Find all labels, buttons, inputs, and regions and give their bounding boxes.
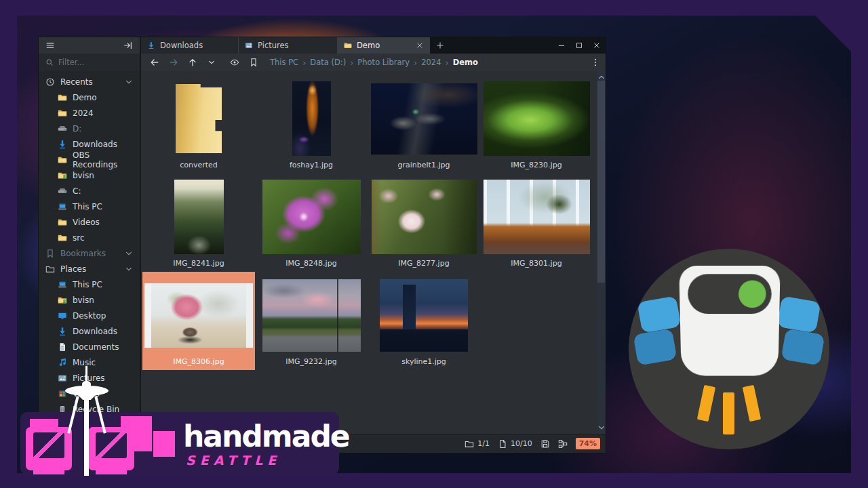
forward-button[interactable] (165, 58, 182, 67)
file-name: converted (180, 161, 218, 169)
file-name: IMG_8241.jpg (173, 259, 224, 268)
robot-left-fin-bottom (633, 328, 677, 365)
item-label: 2024 (73, 108, 94, 118)
breadcrumb-2024[interactable]: 2024 (421, 58, 441, 67)
breadcrumb-data-d[interactable]: Data (D:) (310, 58, 346, 67)
file-tile-img8306-selected[interactable]: IMG_8306.jpg (142, 272, 255, 370)
breadcrumb-separator: › (414, 58, 417, 67)
dots-vertical-icon (591, 58, 600, 67)
section-bookmarks[interactable]: Bookmarks (39, 245, 140, 261)
section-label: Bookmarks (60, 249, 106, 258)
file-tile-img8241[interactable]: IMG_8241.jpg (142, 174, 255, 272)
robot-right-fin-bottom (781, 328, 825, 365)
image-thumbnail (174, 180, 224, 254)
minimize-icon (557, 41, 566, 49)
file-tile-img8301[interactable]: IMG_8301.jpg (480, 174, 593, 272)
maximize-icon (575, 41, 583, 49)
robot-visor (688, 274, 772, 314)
needle-leg (67, 396, 79, 433)
sidebar-item-documents[interactable]: Documents (39, 339, 140, 354)
sidebar-item-this-pc[interactable]: This PC (39, 199, 140, 214)
file-tile-img9232[interactable]: IMG_9232.jpg (255, 272, 368, 370)
sidebar-item-demo[interactable]: Demo (39, 89, 140, 105)
robot-eye (738, 281, 766, 308)
file-name: IMG_9232.jpg (285, 357, 336, 366)
save-icon[interactable] (540, 439, 550, 449)
new-tab-button[interactable] (430, 37, 450, 54)
sidebar-item-bvisn[interactable]: bvisn (39, 167, 140, 183)
laptop-icon (58, 280, 67, 289)
image-thumbnail (380, 279, 468, 352)
monitor-icon (58, 311, 67, 321)
sidebar-item-obs-recordings[interactable]: OBS Recordings (39, 152, 140, 167)
tab-demo[interactable]: Demo (338, 37, 430, 54)
scroll-down-icon[interactable] (597, 424, 606, 432)
file-tile-skyline1[interactable]: skyline1.jpg (368, 272, 480, 370)
sidebar-item-desktop[interactable]: Desktop (39, 308, 140, 323)
sidebar-item-2024[interactable]: 2024 (39, 105, 140, 121)
toolbar-menu-button[interactable] (591, 58, 600, 67)
filter-input[interactable] (58, 58, 126, 67)
preview-toggle-button[interactable] (226, 58, 243, 67)
minimize-button[interactable] (553, 37, 570, 54)
file-grid: converted foshay1.jpg grainbelt1.jpg IMG… (141, 71, 606, 370)
folder-icon (58, 108, 67, 118)
robot-thruster-right (743, 385, 761, 422)
section-places[interactable]: Places (39, 261, 140, 277)
drive-icon (58, 124, 67, 134)
sidebar-filter (39, 54, 141, 71)
sidebar-item-src[interactable]: src (39, 230, 140, 245)
window-controls (553, 37, 606, 54)
arrow-up-icon (188, 58, 197, 67)
section-label: Places (60, 264, 86, 274)
item-label: C: (73, 186, 81, 196)
close-button[interactable] (588, 37, 606, 54)
file-icon (498, 439, 507, 449)
section-recents[interactable]: Recents (39, 74, 140, 89)
file-tile-foshay1[interactable]: foshay1.jpg (255, 75, 368, 174)
tab-pictures[interactable]: Pictures (239, 37, 338, 54)
vertical-scrollbar[interactable] (597, 71, 606, 434)
sidebar-header (39, 37, 141, 54)
history-dropdown-button[interactable] (203, 58, 220, 66)
file-name: grainbelt1.jpg (398, 161, 450, 169)
image-thumbnail (371, 83, 477, 155)
laptop-icon (58, 202, 67, 211)
file-tile-converted[interactable]: converted (142, 75, 255, 174)
file-tile-img8277[interactable]: IMG_8277.jpg (368, 174, 480, 272)
folder-icon (344, 41, 352, 49)
tab-close-icon[interactable] (416, 41, 424, 49)
image-thumbnail (372, 180, 477, 254)
sidebar-item-drive-d[interactable]: D: (39, 121, 140, 136)
tab-downloads[interactable]: Downloads (141, 37, 239, 54)
sidebar-item-bvisn[interactable]: bvisn (39, 292, 140, 308)
maximize-button[interactable] (570, 37, 588, 54)
zoom-level-badge[interactable]: 74% (576, 438, 600, 449)
download-icon (58, 140, 67, 149)
breadcrumb-current[interactable]: Demo (453, 58, 478, 67)
hamburger-menu-icon[interactable] (45, 41, 55, 50)
bookmark-button[interactable] (245, 58, 262, 67)
file-tile-img8230[interactable]: IMG_8230.jpg (480, 75, 593, 174)
tree-view-icon[interactable] (558, 439, 568, 449)
file-name: IMG_8277.jpg (398, 259, 449, 268)
breadcrumb-this-pc[interactable]: This PC (270, 58, 298, 67)
item-label: Documents (73, 342, 119, 352)
arrow-right-icon (169, 58, 178, 67)
image-thumbnail (262, 279, 361, 352)
breadcrumb-photo-library[interactable]: Photo Library (357, 58, 410, 67)
chevron-down-icon (125, 265, 133, 273)
file-tile-grainbelt1[interactable]: grainbelt1.jpg (368, 75, 480, 174)
up-button[interactable] (184, 58, 201, 67)
image-thumbnail (144, 283, 253, 348)
sidebar-item-downloads[interactable]: Downloads (39, 323, 140, 339)
sidebar-item-drive-c[interactable]: C: (39, 183, 140, 199)
item-label: src (73, 233, 85, 243)
scrollbar-thumb[interactable] (597, 81, 605, 283)
file-tile-img8248[interactable]: IMG_8248.jpg (255, 174, 368, 272)
pin-sidebar-icon[interactable] (123, 41, 133, 50)
back-button[interactable] (146, 58, 163, 67)
file-manager-window: Downloads Pictures Demo (39, 37, 606, 453)
sidebar-item-this-pc[interactable]: This PC (39, 277, 140, 292)
sidebar-item-videos[interactable]: Videos (39, 214, 140, 230)
